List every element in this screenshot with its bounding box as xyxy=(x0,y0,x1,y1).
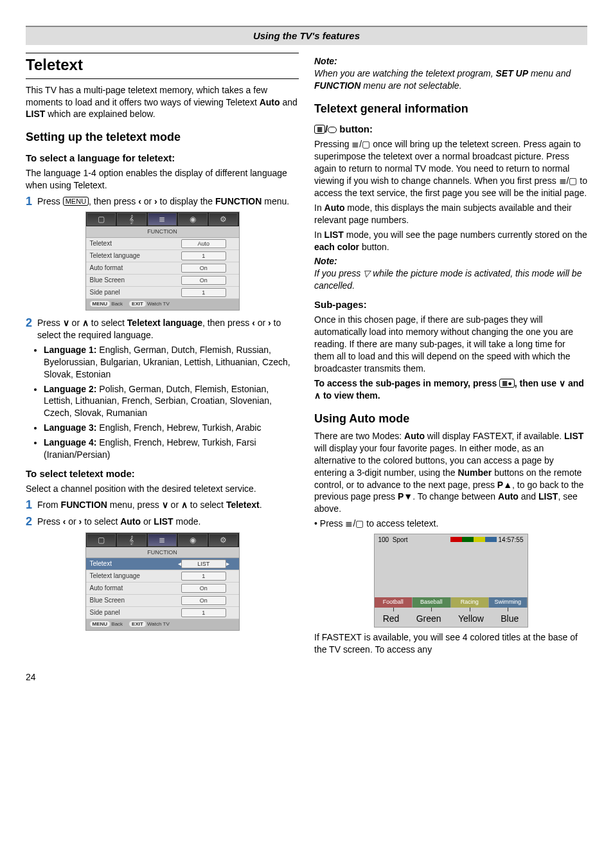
green-bar-icon xyxy=(462,537,474,542)
label-red: Red xyxy=(383,613,400,625)
ttx-red-button: Football xyxy=(375,597,413,608)
osd-tab-sound-icon: 𝄞 xyxy=(117,534,147,547)
step-1: 1 Press MENU, then press ‹ or › to displ… xyxy=(26,195,299,208)
ttx-blue-button: Swimming xyxy=(489,597,528,608)
heading-subpages: Sub-pages: xyxy=(314,298,587,311)
osd-tab-setup-icon: ◉ xyxy=(178,213,208,226)
blue-bar-icon xyxy=(485,537,497,542)
osd-tab-setup-icon: ◉ xyxy=(178,534,208,547)
heading-select-language: To select a language for teletext: xyxy=(26,152,299,165)
osd-menu-function-auto: ▢ 𝄞 ≣ ◉ ⚙ FUNCTION TeletextAuto Teletext… xyxy=(85,212,240,311)
lang-description: The language 1-4 option enables the disp… xyxy=(26,167,299,192)
osd-tab-picture-icon: ▢ xyxy=(87,534,116,547)
label-yellow: Yellow xyxy=(458,613,484,625)
osd-tab-picture-icon: ▢ xyxy=(87,213,116,226)
ttx-yellow-button: Racing xyxy=(451,597,490,608)
page-title: Teletext xyxy=(26,53,299,78)
list-item: Language 3: English, French, Hebrew, Tur… xyxy=(44,422,299,434)
fastext-desc: If FASTEXT is available, you will see 4 … xyxy=(314,631,587,656)
teletext-icon: ≣ xyxy=(314,125,325,134)
auto-mode-desc: There are two Modes: Auto will display F… xyxy=(314,430,587,515)
step-number: 2 xyxy=(26,317,32,330)
osd-title: FUNCTION xyxy=(86,226,239,237)
teletext-screen-sample: 100 Sport 14:57:55 Football Baseball Rac… xyxy=(374,534,528,628)
osd-tab-sound-icon: 𝄞 xyxy=(117,213,147,226)
language-list: Language 1: English, German, Dutch, Flem… xyxy=(44,344,299,461)
chapter-title: Using the TV's features xyxy=(26,26,587,45)
list-item: Language 4: English, French, Hebrew, Tur… xyxy=(44,437,299,461)
step-number: 2 xyxy=(26,516,32,529)
heading-general-info: Teletext general information xyxy=(314,101,587,116)
heading-select-mode: To select teletext mode: xyxy=(26,467,299,480)
button-desc-1: Pressing ≣/▢ once will bring up the tele… xyxy=(314,138,587,199)
left-column: Teletext This TV has a multi-page telete… xyxy=(26,53,299,658)
osd-tab-function-icon: ≣ xyxy=(148,213,177,226)
list-item: Language 1: English, German, Dutch, Flem… xyxy=(44,344,299,381)
auto-bullet: • Press ≣/▢ to access teletext. xyxy=(314,518,587,530)
osd-menu-function-list: ▢ 𝄞 ≣ ◉ ⚙ FUNCTION Teletext◂LIST▸ Telete… xyxy=(85,532,240,631)
osd-title: FUNCTION xyxy=(86,547,239,558)
osd-tab-preferences-icon: ⚙ xyxy=(209,534,238,547)
mode-step-2: 2 Press ‹ or › to select Auto or LIST mo… xyxy=(26,516,299,529)
subpage-icon: ≣● xyxy=(499,379,515,388)
button-desc-3: In LIST mode, you will see the page numb… xyxy=(314,229,587,253)
menu-button-icon: MENU xyxy=(63,197,89,206)
step-number: 1 xyxy=(26,195,32,208)
osd-tab-function-icon: ≣ xyxy=(148,534,177,547)
box-icon xyxy=(328,127,337,133)
osd-tab-preferences-icon: ⚙ xyxy=(209,213,238,226)
heading-button: ≣/ button: xyxy=(314,123,587,136)
mode-description: Select a channel position with the desir… xyxy=(26,483,299,495)
list-item: Language 2: Polish, German, Dutch, Flemi… xyxy=(44,383,299,420)
page-number: 24 xyxy=(26,671,587,683)
mode-step-1: 1 From FUNCTION menu, press ∨ or ∧ to se… xyxy=(26,499,299,512)
ttx-green-button: Baseball xyxy=(413,597,451,608)
step-2: 2 Press ∨ or ∧ to select Teletext langua… xyxy=(26,317,299,341)
red-bar-icon xyxy=(450,537,462,542)
right-column: Note: When you are watching the teletext… xyxy=(314,53,587,658)
heading-setting-mode: Setting up the teletext mode xyxy=(26,129,299,145)
label-green: Green xyxy=(416,613,441,625)
heading-auto-mode: Using Auto mode xyxy=(314,411,587,426)
yellow-bar-icon xyxy=(474,537,485,542)
intro-text: This TV has a multi-page teletext memory… xyxy=(26,84,299,121)
note-block-2: Note: If you press ▽ while the picture m… xyxy=(314,255,587,292)
button-desc-2: In Auto mode, this displays the main sub… xyxy=(314,202,587,226)
step-number: 1 xyxy=(26,499,32,512)
subpages-desc: Once in this chosen page, if there are s… xyxy=(314,314,587,374)
subpages-access: To access the sub-pages in memory, press… xyxy=(314,377,587,402)
note-block: Note: When you are watching the teletext… xyxy=(314,55,587,92)
label-blue: Blue xyxy=(501,613,519,625)
